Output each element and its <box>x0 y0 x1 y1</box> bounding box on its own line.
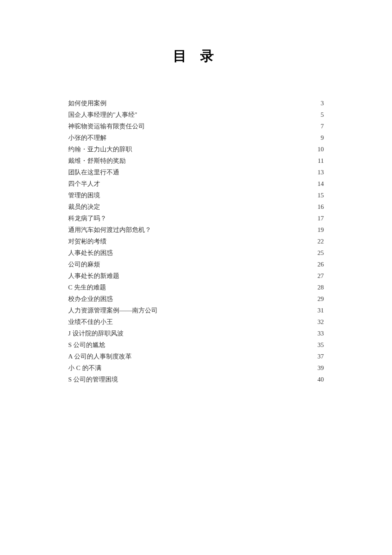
toc-entry-page: 26 <box>317 259 324 270</box>
toc-entry[interactable]: S 公司的尴尬35 <box>68 339 324 351</box>
toc-entry-label: 管理的困境 <box>68 190 100 201</box>
toc-entry-page: 22 <box>317 236 324 247</box>
toc-entry-page: 28 <box>317 282 324 293</box>
toc-entry-label: J 设计院的辞职风波 <box>68 328 124 339</box>
toc-entry-label: 团队在这里行不通 <box>68 167 119 178</box>
toc-entry-label: 小 C 的不满 <box>68 362 101 374</box>
toc-entry-label: 公司的麻烦 <box>68 259 100 270</box>
toc-entry[interactable]: 对贺彬的考绩22 <box>68 236 324 247</box>
toc-entry-label: 约翰・亚力山大的辞职 <box>68 144 132 155</box>
toc-entry[interactable]: 神驼物资运输有限责任公司7 <box>68 121 324 132</box>
toc-entry-label: 国企人事经理的"人事经" <box>68 109 137 121</box>
toc-entry[interactable]: C 先生的难题28 <box>68 282 324 293</box>
toc-entry-label: 校办企业的困惑 <box>68 293 113 305</box>
toc-entry-page: 31 <box>317 305 324 316</box>
toc-entry-page: 3 <box>321 98 324 109</box>
toc-entry-page: 11 <box>318 155 324 167</box>
toc-entry[interactable]: 校办企业的困惑29 <box>68 293 324 305</box>
toc-entry[interactable]: 裁员的决定16 <box>68 201 324 213</box>
toc-entry-page: 14 <box>317 178 324 190</box>
toc-entry-page: 37 <box>317 351 324 362</box>
toc-entry-label: 业绩不佳的小王 <box>68 316 113 328</box>
toc-entry[interactable]: A 公司的人事制度改革37 <box>68 351 324 362</box>
toc-entry-page: 13 <box>317 167 324 178</box>
toc-entry-page: 29 <box>317 293 324 305</box>
toc-entry-label: 人事处长的新难题 <box>68 270 119 282</box>
toc-entry-label: 如何使用案例 <box>68 98 107 109</box>
toc-entry-label: 神驼物资运输有限责任公司 <box>68 121 145 132</box>
toc-entry-label: A 公司的人事制度改革 <box>68 351 132 362</box>
toc-entry-label: 裁员的决定 <box>68 201 100 213</box>
toc-entry-page: 19 <box>317 224 324 236</box>
toc-entry[interactable]: 国企人事经理的"人事经"5 <box>68 109 324 121</box>
toc-entry[interactable]: 团队在这里行不通13 <box>68 167 324 178</box>
toc-entry-page: 5 <box>321 109 324 121</box>
toc-entry[interactable]: 管理的困境15 <box>68 190 324 201</box>
toc-entry-page: 35 <box>317 339 324 351</box>
toc-entry-page: 17 <box>317 213 324 224</box>
toc-entry-label: S 公司的管理困境 <box>68 374 118 385</box>
toc-entry[interactable]: 业绩不佳的小王32 <box>68 316 324 328</box>
toc-entry-label: 对贺彬的考绩 <box>68 236 107 247</box>
toc-entry-page: 7 <box>321 121 324 132</box>
toc-entry[interactable]: 约翰・亚力山大的辞职10 <box>68 144 324 155</box>
toc-entry-page: 27 <box>317 270 324 282</box>
toc-entry-label: 人力资源管理案例——南方公司 <box>68 305 158 316</box>
toc-entry[interactable]: 人力资源管理案例——南方公司31 <box>68 305 324 316</box>
toc-entry-label: 四个半人才 <box>68 178 100 190</box>
toc-entry[interactable]: 人事处长的新难题27 <box>68 270 324 282</box>
toc-entry[interactable]: S 公司的管理困境40 <box>68 374 324 385</box>
toc-entry-label: 人事处长的困惑 <box>68 247 113 259</box>
toc-entry[interactable]: 人事处长的困惑25 <box>68 247 324 259</box>
table-of-contents: 如何使用案例3国企人事经理的"人事经"5神驼物资运输有限责任公司7小张的不理解9… <box>68 98 324 385</box>
toc-entry-page: 39 <box>317 362 324 374</box>
toc-entry-page: 15 <box>317 190 324 201</box>
toc-entry-label: 通用汽车如何渡过内部危机？ <box>68 224 151 236</box>
toc-entry[interactable]: 通用汽车如何渡过内部危机？19 <box>68 224 324 236</box>
toc-entry-page: 16 <box>317 201 324 213</box>
page-title: 目 录 <box>68 47 324 66</box>
toc-entry-label: 戴维・舒斯特的奖励 <box>68 155 126 167</box>
toc-entry-label: C 先生的难题 <box>68 282 106 293</box>
toc-entry[interactable]: J 设计院的辞职风波33 <box>68 328 324 339</box>
toc-entry-label: S 公司的尴尬 <box>68 339 105 351</box>
toc-entry[interactable]: 公司的麻烦26 <box>68 259 324 270</box>
toc-entry-page: 33 <box>317 328 324 339</box>
toc-entry[interactable]: 小 C 的不满39 <box>68 362 324 374</box>
toc-entry-page: 9 <box>321 132 324 144</box>
toc-entry[interactable]: 四个半人才14 <box>68 178 324 190</box>
toc-entry-page: 25 <box>317 247 324 259</box>
toc-entry-label: 科龙病了吗？ <box>68 213 107 224</box>
toc-entry[interactable]: 如何使用案例3 <box>68 98 324 109</box>
toc-entry-page: 40 <box>317 374 324 385</box>
toc-entry[interactable]: 戴维・舒斯特的奖励11 <box>68 155 324 167</box>
toc-entry-page: 32 <box>317 316 324 328</box>
toc-entry[interactable]: 小张的不理解9 <box>68 132 324 144</box>
toc-entry[interactable]: 科龙病了吗？17 <box>68 213 324 224</box>
toc-entry-page: 10 <box>317 144 324 155</box>
toc-entry-label: 小张的不理解 <box>68 132 107 144</box>
